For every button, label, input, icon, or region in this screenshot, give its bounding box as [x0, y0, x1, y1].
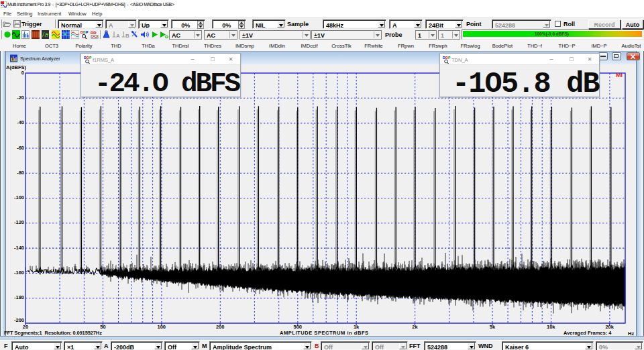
- svg-text:B: B: [125, 33, 129, 39]
- svg-text:P: P: [89, 56, 92, 60]
- svg-text:P: P: [86, 30, 89, 34]
- svg-text:DD: DD: [91, 31, 97, 35]
- svg-text:P: P: [448, 56, 451, 60]
- svg-text:A: A: [116, 33, 120, 39]
